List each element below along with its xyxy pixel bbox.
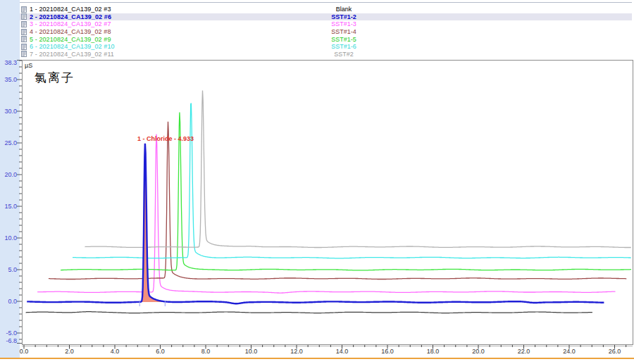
- y-tick-label: 15.0: [0, 203, 17, 210]
- legend-row-sample: SST#1-5: [287, 36, 400, 43]
- chromatogram-file-icon: [21, 36, 27, 42]
- legend-row[interactable]: 1 - 20210824_CA139_02 #3Blank: [20, 6, 632, 13]
- legend-row-name: 5 - 20210824_CA139_02 #9: [30, 36, 111, 43]
- x-tick-label: 22.0: [512, 349, 536, 355]
- y-tick-label: -5.0: [0, 330, 17, 337]
- x-tick-label: 6.0: [149, 349, 173, 355]
- legend-row-sample: SST#2: [287, 51, 400, 58]
- y-tick-label: 20.0: [0, 172, 17, 178]
- x-tick-label: 12.0: [285, 349, 309, 355]
- injection-list: 1 - 20210824_CA139_02 #3Blank2 - 2021082…: [20, 2, 632, 60]
- chart-title: 氯离子: [35, 70, 75, 86]
- legend-row-sample: SST#1-3: [287, 20, 400, 27]
- chromatogram-file-icon: [21, 13, 27, 20]
- legend-row[interactable]: 6 - 20210824_CA139_02 #10SST#1-6: [20, 43, 632, 51]
- x-tick-label: 0.0: [12, 349, 36, 355]
- legend-row-sample: SST#1-2: [287, 13, 400, 20]
- legend-row-name: 1 - 20210824_CA139_02 #3: [30, 6, 111, 13]
- y-tick-label: 0.0: [0, 299, 17, 305]
- x-tick-label: 2.0: [58, 349, 82, 355]
- chromatogram-file-icon: [21, 44, 27, 50]
- y-tick-label: 30.0: [0, 108, 17, 115]
- x-tick-label: 20.0: [466, 349, 490, 355]
- chromatogram-plot: µS 氯离子 1 - Chloride - 4.933: [22, 60, 633, 345]
- legend-row-name: 4 - 20210824_CA139_02 #8: [30, 28, 111, 35]
- y-tick-label: 25.0: [0, 140, 17, 146]
- y-tick-label: 5.0: [0, 267, 17, 273]
- chromatogram-file-icon: [21, 6, 27, 13]
- x-tick-label: 14.0: [330, 349, 354, 355]
- y-tick-label: -6.8: [0, 338, 17, 344]
- chromatogram-file-icon: [21, 21, 27, 27]
- y-axis-unit: µS: [25, 62, 32, 69]
- trace-blank: [26, 312, 592, 313]
- legend-row[interactable]: 3 - 20210824_CA139_02 #7SST#1-3: [20, 20, 632, 28]
- legend-row[interactable]: 5 - 20210824_CA139_02 #9SST#1-5: [20, 35, 632, 43]
- legend-row-sample: SST#1-4: [287, 28, 400, 35]
- legend-row-name: 2 - 20210824_CA139_02 #6: [30, 13, 111, 20]
- peak-annotation: 1 - Chloride - 4.933: [137, 135, 194, 142]
- x-tick-label: 26.0: [603, 349, 627, 355]
- chromatography-overlay-window: 1 - 20210824_CA139_02 #3Blank2 - 2021082…: [0, 0, 634, 364]
- legend-row-name: 7 - 20210824_CA139_02 #11: [30, 51, 114, 58]
- chromatogram-traces: [23, 61, 633, 344]
- x-tick-label: 8.0: [194, 349, 218, 355]
- chromatogram-file-icon: [21, 51, 27, 57]
- x-tick-label: 18.0: [421, 349, 445, 355]
- x-tick-label: 24.0: [557, 349, 581, 355]
- bottom-orange-rule: [0, 358, 634, 359]
- x-tick-label: 4.0: [103, 349, 127, 355]
- legend-row[interactable]: 4 - 20210824_CA139_02 #8SST#1-4: [20, 28, 632, 36]
- legend-row-name: 6 - 20210824_CA139_02 #10: [30, 43, 115, 50]
- legend-row-sample: Blank: [287, 6, 400, 13]
- legend-row[interactable]: 2 - 20210824_CA139_02 #6SST#1-2: [20, 13, 632, 21]
- trace-sst-1-4: [49, 122, 626, 280]
- legend-row[interactable]: 7 - 20210824_CA139_02 #11SST#2: [20, 51, 632, 58]
- y-tick-label: 35.0: [0, 77, 17, 83]
- chromatogram-file-icon: [21, 29, 27, 35]
- legend-row-name: 3 - 20210824_CA139_02 #7: [30, 20, 111, 27]
- x-tick-label: 16.0: [375, 349, 399, 355]
- legend-row-sample: SST#1-6: [287, 43, 400, 50]
- y-tick-label: 38.3: [0, 60, 17, 66]
- x-tick-label: 10.0: [240, 349, 263, 355]
- trace-sst-1-6: [73, 103, 631, 258]
- y-tick-label: 10.0: [0, 235, 17, 241]
- trace-sst-1-2: [27, 144, 604, 304]
